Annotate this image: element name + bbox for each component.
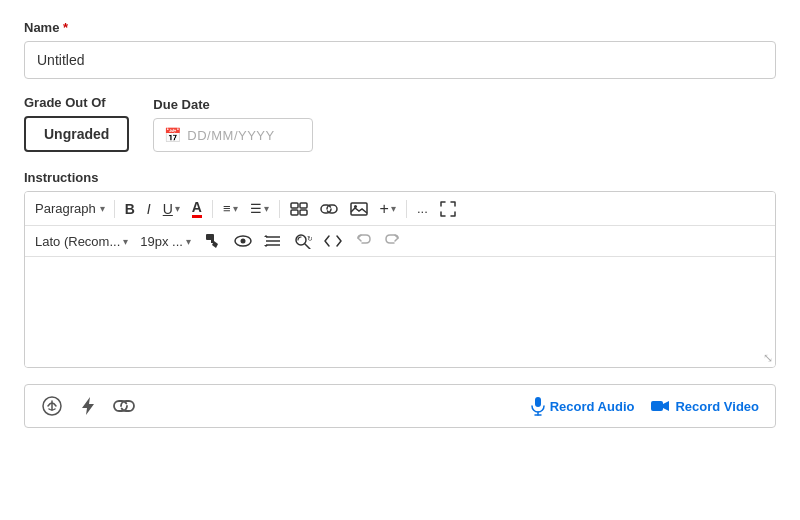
svg-rect-3	[300, 210, 307, 215]
italic-icon: I	[147, 201, 151, 217]
embed-button[interactable]	[285, 199, 313, 219]
record-audio-label: Record Audio	[550, 399, 635, 414]
add-button[interactable]: + ▾	[375, 197, 401, 221]
embed-icon	[290, 202, 308, 216]
separator-3	[279, 200, 280, 218]
svg-marker-25	[663, 401, 669, 411]
name-input[interactable]	[24, 41, 776, 79]
bottom-left-actions	[41, 395, 135, 417]
svg-rect-24	[651, 401, 663, 411]
add-icon: +	[380, 200, 389, 218]
quick-add-button[interactable]	[77, 395, 99, 417]
text-color-button[interactable]: A	[187, 196, 207, 221]
list-button[interactable]: ☰ ▾	[245, 198, 274, 219]
name-field-group: Name *	[24, 20, 776, 79]
svg-rect-0	[291, 203, 298, 208]
format-painter-button[interactable]	[199, 229, 227, 253]
code-icon	[324, 234, 342, 248]
calendar-icon: 📅	[164, 127, 181, 143]
align-icon: ≡	[223, 201, 231, 216]
instructions-editor: Paragraph ▾ B I U ▾ A ≡ ▾ ☰ ▾	[24, 191, 776, 368]
redo-button[interactable]	[379, 231, 405, 251]
find-replace-icon: ↻	[294, 233, 312, 249]
toolbar-row-2: Lato (Recom... ▾ 19px ... ▾	[25, 226, 775, 257]
fullscreen-icon	[440, 201, 456, 217]
italic-button[interactable]: I	[142, 198, 156, 220]
text-color-icon: A	[192, 199, 202, 218]
svg-point-9	[240, 239, 245, 244]
svg-marker-13	[264, 235, 268, 237]
video-camera-icon	[650, 399, 670, 413]
code-button[interactable]	[319, 231, 347, 251]
required-indicator: *	[59, 20, 68, 35]
svg-rect-1	[300, 203, 307, 208]
microphone-icon	[531, 396, 545, 416]
instructions-label: Instructions	[24, 170, 776, 185]
link-insert-button[interactable]	[113, 398, 135, 414]
bold-icon: B	[125, 201, 135, 217]
find-replace-button[interactable]: ↻	[289, 230, 317, 252]
chain-icon	[113, 398, 135, 414]
due-date-label: Due Date	[153, 97, 313, 112]
image-button[interactable]	[345, 199, 373, 219]
line-spacing-button[interactable]	[259, 231, 287, 251]
more-options-icon: ...	[417, 201, 428, 216]
grade-due-row: Grade Out Of Ungraded Due Date 📅 DD/MM/Y…	[24, 95, 776, 152]
bold-button[interactable]: B	[120, 198, 140, 220]
separator-4	[406, 200, 407, 218]
bottom-bar: Record Audio Record Video	[24, 384, 776, 428]
name-label: Name *	[24, 20, 776, 35]
lightning-icon	[77, 395, 99, 417]
resize-handle: ⤡	[763, 351, 773, 365]
more-options-button[interactable]: ...	[412, 198, 433, 219]
font-size-select[interactable]: 19px ... ▾	[136, 231, 195, 252]
grade-field-group: Grade Out Of Ungraded	[24, 95, 129, 152]
record-audio-button[interactable]: Record Audio	[531, 396, 635, 416]
underline-icon: U	[163, 201, 173, 217]
record-video-label: Record Video	[675, 399, 759, 414]
separator-2	[212, 200, 213, 218]
link-button[interactable]	[315, 200, 343, 218]
paragraph-caret: ▾	[100, 203, 105, 214]
due-date-field-group: Due Date 📅 DD/MM/YYYY	[153, 97, 313, 152]
separator-1	[114, 200, 115, 218]
svg-rect-2	[291, 210, 298, 215]
link-icon	[320, 203, 338, 215]
editor-content-area[interactable]: ⤡	[25, 257, 775, 367]
underline-caret: ▾	[175, 203, 180, 214]
bottom-right-actions: Record Audio Record Video	[531, 396, 759, 416]
font-family-select[interactable]: Lato (Recom... ▾	[31, 231, 132, 252]
align-button[interactable]: ≡ ▾	[218, 198, 243, 219]
svg-marker-14	[264, 245, 268, 247]
image-icon	[350, 202, 368, 216]
eye-icon	[234, 234, 252, 248]
underline-button[interactable]: U ▾	[158, 198, 185, 220]
paragraph-style-select[interactable]: Paragraph ▾	[31, 198, 109, 219]
grade-label: Grade Out Of	[24, 95, 129, 110]
svg-text:↻: ↻	[307, 235, 312, 242]
undo-button[interactable]	[351, 231, 377, 251]
due-date-input[interactable]: 📅 DD/MM/YYYY	[153, 118, 313, 152]
list-icon: ☰	[250, 201, 262, 216]
svg-rect-21	[535, 397, 541, 407]
svg-marker-20	[82, 397, 94, 415]
grade-button[interactable]: Ungraded	[24, 116, 129, 152]
record-video-button[interactable]: Record Video	[650, 399, 759, 414]
toolbar-row-1: Paragraph ▾ B I U ▾ A ≡ ▾ ☰ ▾	[25, 192, 775, 226]
fullscreen-button[interactable]	[435, 198, 461, 220]
preview-button[interactable]	[229, 231, 257, 251]
svg-line-16	[305, 244, 310, 249]
undo-icon	[356, 234, 372, 248]
upload-icon	[41, 395, 63, 417]
due-date-placeholder: DD/MM/YYYY	[187, 128, 274, 143]
redo-icon	[384, 234, 400, 248]
upload-button[interactable]	[41, 395, 63, 417]
line-spacing-icon	[264, 234, 282, 248]
format-painter-icon	[204, 232, 222, 250]
